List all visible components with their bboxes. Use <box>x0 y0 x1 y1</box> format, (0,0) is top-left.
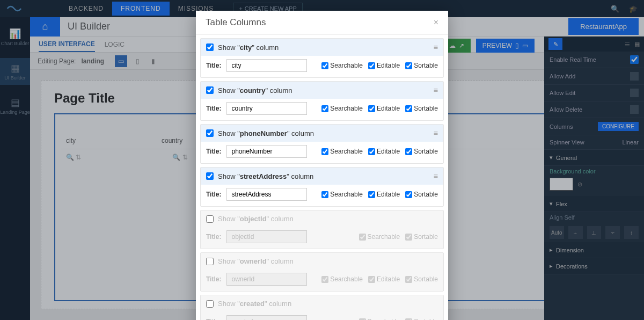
drag-handle-icon[interactable]: ≡ <box>434 172 438 180</box>
show-column-checkbox[interactable] <box>206 258 214 265</box>
sortable-label: Sortable <box>414 148 438 155</box>
searchable-checkbox <box>321 276 328 283</box>
editable-label: Editable <box>377 62 400 69</box>
searchable-label: Searchable <box>330 191 363 198</box>
column-config-created: Show "created" columnTitle:SearchableSor… <box>200 295 444 320</box>
column-config-phoneNumber: Show "phoneNumber" column≡Title:Searchab… <box>200 124 444 164</box>
show-column-checkbox[interactable] <box>206 43 214 51</box>
searchable-checkbox <box>359 234 366 241</box>
sortable-label: Sortable <box>414 191 438 198</box>
editable-label: Editable <box>377 275 400 283</box>
show-column-label: Show "created" column <box>218 300 291 308</box>
show-column-label: Show "objectId" column <box>218 215 294 223</box>
show-column-label: Show "ownerId" column <box>218 257 294 265</box>
title-input <box>226 315 307 320</box>
sortable-label: Sortable <box>414 62 438 69</box>
sortable-checkbox[interactable] <box>405 191 412 198</box>
title-input[interactable] <box>226 145 307 158</box>
editable-checkbox[interactable] <box>368 191 375 198</box>
sortable-label: Sortable <box>414 275 438 283</box>
searchable-label: Searchable <box>368 233 400 241</box>
title-label: Title: <box>206 233 221 241</box>
sortable-checkbox <box>405 318 412 321</box>
title-input <box>226 273 307 286</box>
title-label: Title: <box>206 105 221 112</box>
sortable-label: Sortable <box>414 233 438 241</box>
title-label: Title: <box>206 148 221 155</box>
editable-label: Editable <box>377 148 400 155</box>
editable-checkbox[interactable] <box>368 148 375 155</box>
editable-label: Editable <box>377 191 400 198</box>
searchable-label: Searchable <box>330 105 363 112</box>
show-column-label: Show "phoneNumber" column <box>218 129 314 137</box>
show-column-label: Show "streetAddress" column <box>218 172 313 180</box>
column-config-city: Show "city" column≡Title:SearchableEdita… <box>200 38 444 78</box>
show-column-checkbox[interactable] <box>206 129 214 137</box>
searchable-checkbox[interactable] <box>321 62 328 69</box>
modal-body: Show "city" column≡Title:SearchableEdita… <box>196 35 448 320</box>
show-column-label: Show "city" column <box>218 43 279 52</box>
editable-checkbox <box>368 276 375 283</box>
title-label: Title: <box>206 191 221 198</box>
modal-header: Table Columns × <box>196 11 448 35</box>
show-column-checkbox[interactable] <box>206 172 214 180</box>
sortable-checkbox[interactable] <box>405 148 412 155</box>
title-input <box>226 230 307 243</box>
sortable-checkbox[interactable] <box>405 105 412 112</box>
searchable-label: Searchable <box>368 318 400 320</box>
editable-checkbox[interactable] <box>368 105 375 112</box>
close-icon[interactable]: × <box>434 18 438 27</box>
show-column-checkbox[interactable] <box>206 215 214 223</box>
title-label: Title: <box>206 318 221 320</box>
sortable-label: Sortable <box>414 105 438 112</box>
sortable-label: Sortable <box>414 318 438 320</box>
show-column-checkbox[interactable] <box>206 300 214 308</box>
title-input[interactable] <box>226 59 307 72</box>
drag-handle-icon[interactable]: ≡ <box>434 43 438 52</box>
column-config-streetAddress: Show "streetAddress" column≡Title:Search… <box>200 167 444 207</box>
searchable-label: Searchable <box>330 62 363 69</box>
modal-title: Table Columns <box>206 17 266 28</box>
searchable-label: Searchable <box>330 148 363 155</box>
column-config-ownerId: Show "ownerId" columnTitle:SearchableEdi… <box>200 252 444 292</box>
show-column-label: Show "country" column <box>218 86 292 94</box>
column-config-country: Show "country" column≡Title:SearchableEd… <box>200 81 444 121</box>
column-config-objectId: Show "objectId" columnTitle:SearchableSo… <box>200 210 444 249</box>
title-input[interactable] <box>226 102 307 115</box>
title-input[interactable] <box>226 188 307 201</box>
editable-label: Editable <box>377 105 400 112</box>
sortable-checkbox[interactable] <box>405 62 412 69</box>
editable-checkbox[interactable] <box>368 62 375 69</box>
searchable-checkbox[interactable] <box>321 105 328 112</box>
show-column-checkbox[interactable] <box>206 86 214 94</box>
drag-handle-icon[interactable]: ≡ <box>434 129 438 137</box>
searchable-checkbox[interactable] <box>321 148 328 155</box>
searchable-checkbox[interactable] <box>321 191 328 198</box>
searchable-checkbox <box>359 318 366 321</box>
sortable-checkbox <box>405 276 412 283</box>
searchable-label: Searchable <box>330 275 363 283</box>
sortable-checkbox <box>405 234 412 241</box>
table-columns-modal: Table Columns × Show "city" column≡Title… <box>196 11 448 320</box>
title-label: Title: <box>206 275 221 283</box>
title-label: Title: <box>206 62 221 69</box>
drag-handle-icon[interactable]: ≡ <box>434 86 438 94</box>
